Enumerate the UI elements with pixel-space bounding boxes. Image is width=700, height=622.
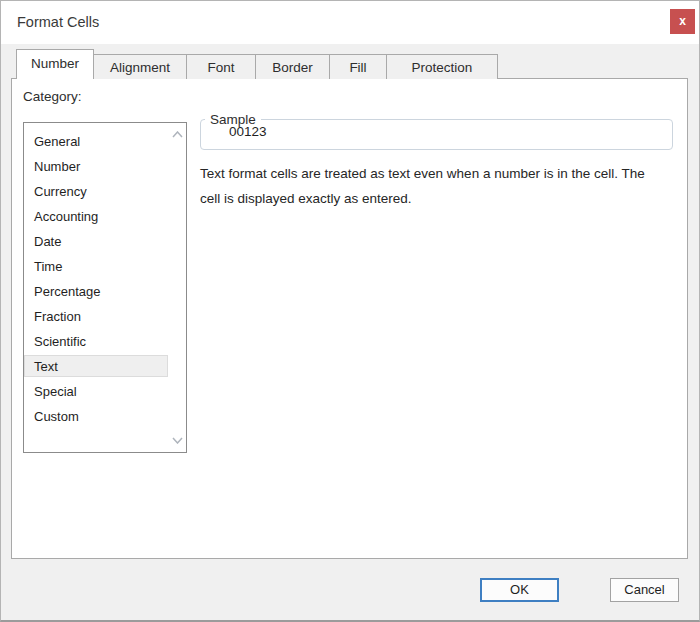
ok-button[interactable]: OK [480, 578, 559, 602]
tab-number[interactable]: Number [16, 49, 94, 79]
tab-fill[interactable]: Fill [329, 54, 387, 79]
category-item-text[interactable]: Text [24, 355, 168, 377]
close-icon: x [679, 14, 686, 28]
category-listbox[interactable]: General Number Currency Accounting Date … [23, 122, 187, 453]
sample-value: 00123 [201, 124, 672, 139]
tab-font[interactable]: Font [186, 54, 256, 79]
category-item-special[interactable]: Special [24, 379, 168, 404]
tab-alignment[interactable]: Alignment [93, 54, 187, 79]
category-item-time[interactable]: Time [24, 254, 168, 279]
category-item-fraction[interactable]: Fraction [24, 304, 168, 329]
tab-label: Fill [349, 60, 366, 75]
tab-label: Protection [412, 60, 473, 75]
tab-label: Number [31, 56, 79, 71]
category-item-percentage[interactable]: Percentage [24, 279, 168, 304]
listbox-scrollbar[interactable] [169, 123, 186, 452]
dialog-title: Format Cells [17, 14, 99, 30]
category-item-date[interactable]: Date [24, 229, 168, 254]
category-label: Category: [23, 89, 82, 104]
tab-strip: Number Alignment Font Border Fill Protec… [16, 49, 498, 79]
tab-label: Alignment [110, 60, 170, 75]
category-item-general[interactable]: General [24, 129, 168, 154]
format-cells-dialog: Format Cells x Number Alignment Font Bor… [0, 0, 700, 622]
number-tab-panel: Category: General Number Currency Accoun… [11, 78, 688, 559]
tab-border[interactable]: Border [255, 54, 330, 79]
scroll-up-icon[interactable] [172, 131, 183, 138]
category-item-custom[interactable]: Custom [24, 404, 168, 429]
category-item-accounting[interactable]: Accounting [24, 204, 168, 229]
category-item-number[interactable]: Number [24, 154, 168, 179]
category-item-scientific[interactable]: Scientific [24, 329, 168, 354]
tab-protection[interactable]: Protection [386, 54, 498, 79]
close-button[interactable]: x [670, 9, 695, 34]
scroll-down-icon[interactable] [172, 437, 183, 444]
tab-label: Font [207, 60, 234, 75]
format-description: Text format cells are treated as text ev… [200, 161, 648, 211]
sample-group: Sample 00123 [200, 112, 673, 150]
category-item-currency[interactable]: Currency [24, 179, 168, 204]
title-bar: Format Cells x [1, 1, 699, 44]
tab-label: Border [272, 60, 313, 75]
cancel-button[interactable]: Cancel [610, 578, 679, 602]
